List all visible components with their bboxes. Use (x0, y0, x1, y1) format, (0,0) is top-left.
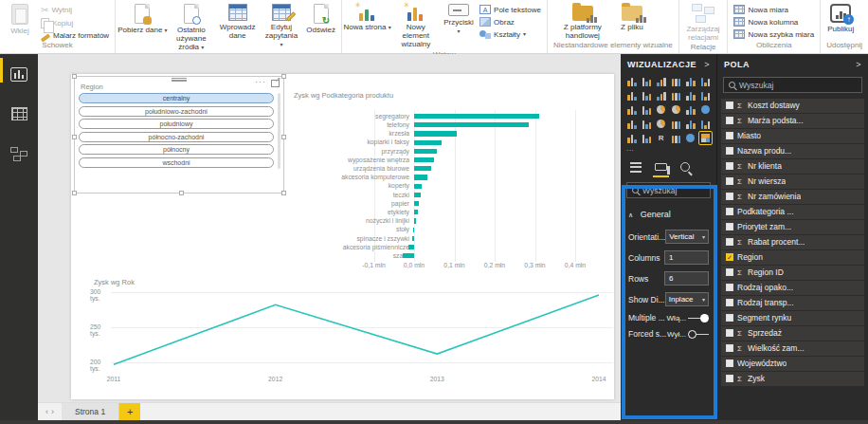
field-row[interactable]: Priorytet zam... (721, 220, 864, 234)
bar-chart-bar[interactable] (414, 114, 539, 119)
resize-handle[interactable] (281, 74, 286, 79)
donut-chart-icon[interactable] (670, 103, 683, 116)
new-visual-button[interactable]: ✳ Nowy element wizualny (392, 3, 441, 50)
checkbox[interactable] (726, 375, 733, 382)
report-page[interactable]: ··· Region centralnypołudniowo-zachodnip… (71, 74, 614, 399)
checkbox[interactable] (726, 299, 733, 306)
field-row[interactable]: ΣRabat procent... (721, 235, 864, 249)
buttons-button[interactable]: Przyciski▾ (443, 3, 475, 36)
clustered-bar-chart-icon[interactable] (655, 75, 668, 87)
page-nav-arrows[interactable]: ‹› (38, 407, 62, 416)
tab-format[interactable] (655, 159, 667, 175)
format-input[interactable]: 6 (664, 271, 709, 286)
text-box-button[interactable]: A Pole tekstowe (478, 4, 543, 15)
checkbox[interactable] (726, 268, 733, 276)
field-row[interactable]: Nazwa produ... (721, 144, 864, 158)
general-section-header[interactable]: ∧ General (628, 204, 709, 223)
bar-chart-bar[interactable] (414, 140, 442, 145)
visual-options-icon[interactable]: ··· (255, 77, 266, 86)
map-icon[interactable] (699, 103, 713, 116)
get-data-button[interactable]: Pobierz dane ▾ (119, 3, 166, 35)
resize-handle[interactable] (72, 74, 77, 79)
resize-handle[interactable] (179, 191, 184, 195)
refresh-button[interactable]: ↻ Odśwież (305, 3, 337, 35)
checkbox[interactable] (726, 117, 733, 124)
checkbox[interactable] (726, 132, 733, 139)
resize-handle[interactable] (281, 135, 286, 139)
slicer-item[interactable]: południowo-zachodni (79, 106, 274, 117)
treemap-icon[interactable] (684, 103, 697, 116)
add-page-button[interactable]: + (119, 403, 140, 421)
marketplace-visual-icon[interactable] (699, 132, 713, 144)
field-row[interactable]: Podkategoria ... (721, 205, 864, 219)
checkbox[interactable] (726, 193, 733, 200)
arcgis-map-icon[interactable] (684, 132, 697, 144)
manage-relationships-button[interactable]: Zarządzaj relacjami (683, 3, 724, 43)
field-row[interactable]: ΣRegion ID (721, 266, 864, 280)
bar-chart-bar[interactable] (414, 210, 418, 214)
bar-chart-bar[interactable] (412, 236, 414, 241)
checkbox[interactable] (726, 359, 733, 367)
checkbox[interactable] (726, 147, 733, 155)
gauge-icon[interactable] (655, 118, 668, 130)
shapes-button[interactable]: Kształty ▾ (478, 28, 543, 40)
bar-chart-bar[interactable] (414, 218, 416, 223)
format-toggle[interactable] (688, 314, 709, 323)
bar-chart-bar[interactable] (414, 122, 529, 127)
bar-chart-bar[interactable] (414, 166, 431, 171)
field-row[interactable]: ΣSprzedaż (721, 326, 864, 341)
bar-chart-bar[interactable] (413, 228, 414, 232)
scatter-chart-icon[interactable] (641, 103, 654, 116)
100-stacked-bar-chart-icon[interactable] (684, 75, 697, 87)
line-chart-icon[interactable] (625, 89, 639, 101)
resize-handle[interactable] (72, 191, 77, 195)
field-row[interactable]: Miasto (721, 129, 864, 143)
tab-fields[interactable] (630, 159, 642, 175)
bar-chart-bar[interactable] (414, 175, 427, 179)
resize-handle[interactable] (72, 135, 77, 139)
cut-button[interactable]: ✂ Wytnij (39, 4, 111, 16)
region-slicer-visual[interactable]: ··· Region centralnypołudniowo-zachodnip… (74, 76, 284, 194)
checkbox[interactable] (726, 208, 733, 215)
100-stacked-column-chart-icon[interactable] (699, 75, 713, 87)
table-icon[interactable] (625, 132, 639, 144)
bar-chart-bar[interactable] (403, 253, 414, 258)
field-row[interactable]: ✓Region (721, 250, 864, 265)
drag-grip-icon[interactable] (169, 76, 190, 83)
data-view-button[interactable] (0, 94, 38, 134)
recent-sources-button[interactable]: Ostatnio używane źródła ▾ (169, 3, 214, 53)
field-row[interactable]: ΣNr zamówienia (721, 190, 864, 204)
format-toggle[interactable] (688, 330, 709, 339)
bar-chart-bar[interactable] (414, 157, 434, 162)
enter-data-button[interactable]: Wprowadź dane (217, 3, 258, 41)
bar-chart-bar[interactable] (414, 193, 421, 197)
new-column-button[interactable]: Nowa kolumna (732, 16, 816, 28)
ribbon-chart-icon[interactable] (699, 89, 713, 101)
new-measure-button[interactable]: Nowa miara (732, 4, 816, 15)
area-chart-icon[interactable] (641, 89, 654, 101)
field-row[interactable]: Segment rynku (721, 311, 864, 325)
new-page-button[interactable]: ✳ Nowa strona ▾ (346, 3, 389, 32)
stacked-bar-chart-icon[interactable] (625, 75, 639, 87)
bar-chart-bar[interactable] (414, 201, 419, 206)
format-dropdown[interactable]: Inplace▾ (665, 292, 709, 306)
checkbox[interactable] (726, 177, 733, 185)
stacked-column-chart-icon[interactable] (641, 75, 654, 87)
page-tab[interactable]: Strona 1 (62, 403, 119, 421)
checkbox[interactable] (726, 284, 733, 291)
checkbox[interactable] (726, 329, 733, 337)
bar-chart-bar[interactable] (408, 245, 414, 249)
profit-by-subcategory-bar-chart[interactable]: Zysk wg Podkategoria produktu -0,1 mln0,… (289, 89, 611, 279)
profit-by-year-line-chart[interactable]: Zysk wg Rok 300 tys.250 tys.200 tys.2011… (90, 278, 617, 394)
multi-row-card-icon[interactable] (684, 118, 697, 130)
format-search-input[interactable]: Wyszukaj (626, 182, 711, 198)
field-row[interactable]: ΣNr klienta (721, 159, 864, 174)
field-row[interactable]: ΣKoszt dostawy (721, 99, 864, 113)
report-view-button[interactable] (0, 54, 38, 94)
collapse-panel-icon[interactable]: > (856, 60, 861, 69)
field-row[interactable]: ΣMarża podsta... (721, 114, 864, 128)
next-page-icon[interactable]: › (51, 407, 57, 416)
clustered-column-chart-icon[interactable] (670, 75, 683, 87)
resize-handle[interactable] (281, 191, 286, 195)
bar-chart-bar[interactable] (414, 131, 457, 136)
